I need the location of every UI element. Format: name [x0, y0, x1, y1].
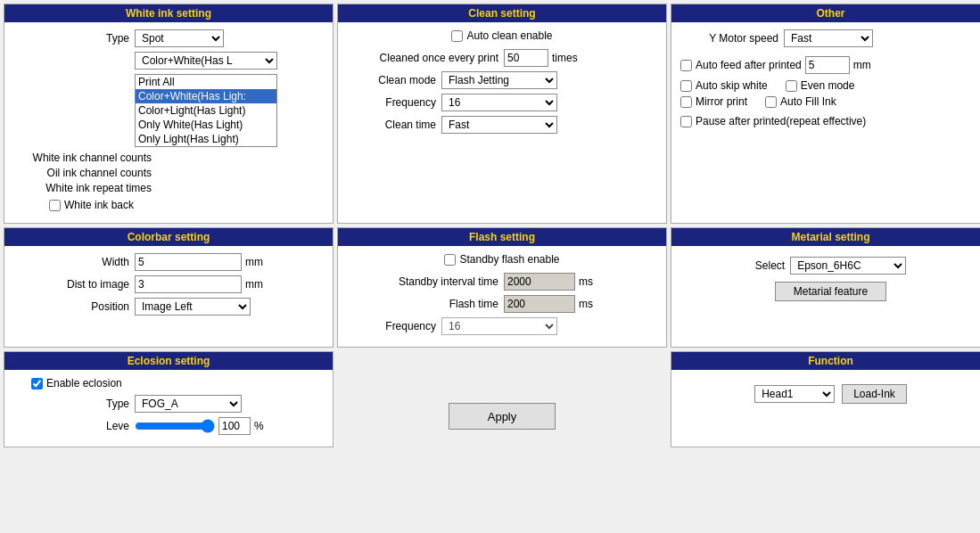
width-input[interactable]: [135, 253, 242, 271]
flash-header: Flash setting: [338, 228, 666, 246]
level-slider[interactable]: [135, 419, 215, 433]
even-mode-label: Even mode: [801, 79, 855, 92]
position-label: Position: [13, 300, 129, 313]
width-label: Width: [13, 256, 129, 268]
eclosion-type-label: Type: [13, 398, 129, 410]
function-panel: Function Head1 Load-Ink: [671, 351, 980, 447]
white-ink-panel: White ink setting Type Spot Color+White(…: [4, 4, 334, 224]
mirror-label: Mirror print: [696, 95, 747, 108]
even-mode-checkbox[interactable]: [786, 80, 797, 92]
apply-area: Apply: [337, 351, 667, 447]
pause-checkbox[interactable]: [680, 116, 692, 127]
y-motor-label: Y Motor speed: [680, 32, 778, 45]
enable-eclosion-label: Enable eclosion: [46, 377, 122, 390]
type-label: Type: [13, 32, 129, 45]
frequency-select[interactable]: 16: [441, 94, 557, 111]
listbox-item-3[interactable]: Only White(Has Light): [136, 118, 276, 132]
flash-frequency-select[interactable]: 16: [441, 317, 557, 335]
auto-fill-checkbox[interactable]: [765, 96, 777, 108]
listbox-item-1[interactable]: Color+White(Has Ligh:: [136, 89, 276, 103]
white-back-checkbox[interactable]: [49, 200, 61, 211]
metarial-feature-button[interactable]: Metarial feature: [775, 282, 886, 301]
interval-label: Standby interval time: [347, 275, 498, 288]
metarial-header: Metarial setting: [671, 228, 980, 246]
flash-frequency-label: Frequency: [347, 320, 436, 332]
colorbar-panel: Colorbar setting Width mm Dist to image …: [4, 227, 334, 348]
channel-counts-label: White ink channel counts: [13, 152, 152, 164]
auto-skip-label: Auto skip white: [696, 79, 768, 92]
metarial-select-label: Select: [755, 259, 785, 272]
colorbar-header: Colorbar setting: [4, 228, 333, 246]
level-percent: %: [254, 420, 264, 432]
clean-time-select[interactable]: Fast: [441, 116, 557, 134]
eclosion-panel: Eclosion setting Enable eclosion Type FO…: [4, 351, 334, 447]
level-label: Leve: [13, 420, 129, 432]
flash-panel: Flash setting Standby flash enable Stand…: [337, 227, 667, 348]
clean-header: Clean setting: [338, 4, 666, 22]
clean-mode-select[interactable]: Flash Jetting: [441, 71, 557, 89]
clean-time-label: Clean time: [347, 119, 436, 131]
auto-clean-checkbox[interactable]: [451, 30, 463, 42]
flash-time-suffix: ms: [579, 298, 593, 310]
function-header: Function: [671, 352, 980, 370]
metarial-select[interactable]: Epson_6H6C: [790, 257, 906, 275]
position-select[interactable]: Image Left: [135, 298, 251, 316]
dist-label: Dist to image: [13, 278, 129, 291]
flash-time-label: Flash time: [347, 298, 498, 310]
other-panel: Other Y Motor speed Fast Auto feed after…: [671, 4, 980, 224]
type-select[interactable]: Spot: [135, 29, 224, 47]
auto-feed-checkbox[interactable]: [680, 60, 692, 71]
standby-flash-checkbox[interactable]: [444, 254, 456, 266]
load-ink-button[interactable]: Load-Ink: [842, 384, 907, 404]
flash-time-input[interactable]: [504, 295, 575, 313]
interval-input[interactable]: [504, 273, 575, 291]
eclosion-header: Eclosion setting: [4, 352, 333, 370]
mirror-checkbox[interactable]: [680, 96, 692, 108]
white-ink-header: White ink setting: [4, 4, 333, 22]
auto-feed-label: Auto feed after printed: [696, 59, 802, 71]
dist-input[interactable]: [135, 275, 242, 293]
clean-panel: Clean setting Auto clean enable Cleaned …: [337, 4, 667, 224]
clean-mode-label: Clean mode: [347, 74, 436, 86]
eclosion-type-select[interactable]: FOG_A: [135, 395, 242, 413]
ink-listbox[interactable]: Print All Color+White(Has Ligh: Color+Li…: [135, 74, 277, 147]
metarial-panel: Metarial setting Select Epson_6H6C Metar…: [671, 227, 980, 348]
white-back-label: White ink back: [64, 199, 134, 211]
apply-button[interactable]: Apply: [449, 403, 556, 430]
cleaned-value-input[interactable]: [504, 49, 548, 67]
auto-feed-suffix: mm: [853, 59, 871, 71]
repeat-label: White ink repeat times: [13, 182, 152, 194]
listbox-item-4[interactable]: Only Light(Has Light): [136, 132, 276, 146]
frequency-label: Frequency: [347, 96, 436, 109]
auto-clean-label: Auto clean enable: [466, 29, 552, 42]
times-suffix: times: [552, 52, 578, 64]
enable-eclosion-checkbox[interactable]: [31, 378, 43, 390]
oil-channel-label: Oil ink channel counts: [13, 167, 152, 179]
function-head-select[interactable]: Head1: [754, 385, 835, 403]
level-input[interactable]: [218, 417, 251, 435]
pause-label: Pause after printed(repeat effective): [696, 115, 866, 127]
standby-flash-label: Standby flash enable: [459, 253, 559, 266]
dist-suffix: mm: [245, 278, 263, 291]
listbox-item-0[interactable]: Print All: [136, 75, 276, 89]
interval-suffix: ms: [579, 275, 593, 288]
auto-feed-input[interactable]: [805, 56, 850, 74]
listbox-item-2[interactable]: Color+Light(Has Light): [136, 103, 276, 118]
y-motor-select[interactable]: Fast: [784, 29, 873, 47]
other-header: Other: [671, 4, 980, 22]
ink-channel-select-top[interactable]: Color+White(Has L: [135, 52, 277, 70]
cleaned-label: Cleaned once every print: [347, 52, 498, 64]
width-suffix: mm: [245, 256, 263, 268]
auto-skip-checkbox[interactable]: [680, 80, 692, 92]
auto-fill-label: Auto Fill Ink: [780, 95, 836, 108]
